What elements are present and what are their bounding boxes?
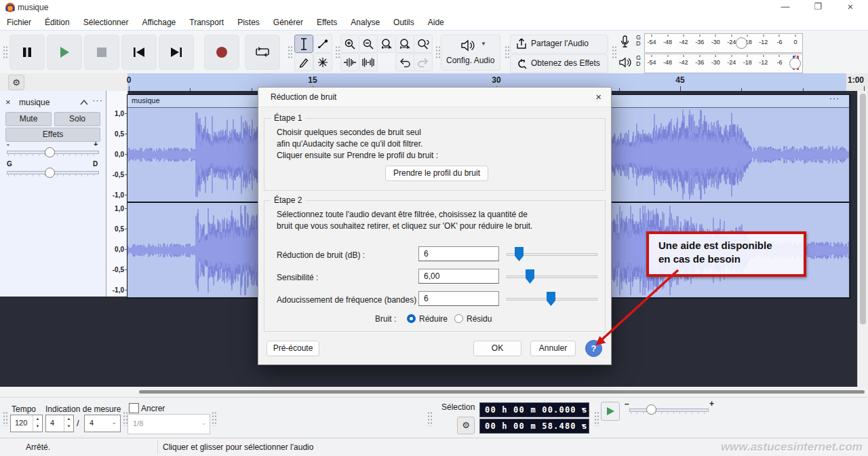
selection-options-button[interactable]: ⚙ <box>457 417 475 434</box>
cancel-button[interactable]: Annuler <box>530 341 576 356</box>
mute-button[interactable]: Mute <box>5 112 52 126</box>
menu-item-aide[interactable]: Aide <box>421 15 451 30</box>
timeline-options-button[interactable]: ⚙ <box>8 75 24 90</box>
silence-audio-button[interactable] <box>359 53 378 71</box>
param-input-sensibilite-[interactable]: 6,00 <box>418 269 499 284</box>
help-button[interactable]: ? <box>585 340 602 357</box>
horizontal-scrollbar-thumb[interactable] <box>139 390 865 394</box>
selection-start-display[interactable]: 00 h 00 m 00.000 s ▼ <box>479 402 589 417</box>
track-title[interactable]: musique <box>19 98 50 107</box>
slider-handle[interactable] <box>515 247 524 261</box>
toolbar-grip[interactable] <box>435 45 440 59</box>
solo-button[interactable]: Solo <box>54 112 100 126</box>
menu-item-effets[interactable]: Effets <box>310 15 344 30</box>
clip-menu-dots-icon[interactable]: ··· <box>829 94 840 103</box>
spinner-arrows-icon[interactable]: ▲▼ <box>33 415 42 432</box>
microphone-icon[interactable] <box>620 35 630 49</box>
param-input-adoucissement-de-frequence-bandes-[interactable]: 6 <box>418 291 499 306</box>
play-at-speed-button[interactable] <box>601 402 620 421</box>
menu-item-outils[interactable]: Outils <box>387 15 421 30</box>
dialog-title-bar[interactable]: Réduction de bruit × <box>258 88 611 107</box>
toolbar-grip[interactable] <box>505 45 509 59</box>
menu-item-analyse[interactable]: Analyse <box>344 15 387 30</box>
slider-handle[interactable] <box>526 269 534 284</box>
radio-residu[interactable] <box>454 314 463 323</box>
zoom-toggle-button[interactable] <box>414 35 433 53</box>
radio-reduire[interactable] <box>407 314 416 323</box>
restore-button[interactable]: ❐ <box>803 0 833 15</box>
ok-button[interactable]: OK <box>473 341 521 356</box>
toolbar-grip[interactable] <box>288 45 292 59</box>
speed-slider[interactable] <box>646 404 656 415</box>
vertical-scale-ruler[interactable]: 1,00,50,0-0,5-1,01,00,50,0-0,5-1,0 <box>106 91 128 297</box>
play-button[interactable] <box>47 35 82 70</box>
dialog-close-icon[interactable]: × <box>595 91 601 102</box>
track-close-icon[interactable]: × <box>5 97 11 107</box>
spinner-arrows-icon[interactable]: ▲▼ <box>64 415 73 432</box>
menu-item-selectionner[interactable]: Sélectionner <box>77 15 136 30</box>
selection-end-display[interactable]: 00 h 00 m 58.480 s ▼ <box>479 419 589 434</box>
vertical-scrollbar[interactable] <box>857 91 868 387</box>
zoom-selection-button[interactable] <box>377 35 396 53</box>
zoom-in-button[interactable] <box>340 35 359 53</box>
playback-meter[interactable]: -54-48-42-36-30-24-18-12-60 <box>644 54 803 73</box>
draw-tool-button[interactable] <box>294 53 313 71</box>
tempo-spinner[interactable]: 120 ▲▼ <box>10 415 43 432</box>
loop-button[interactable] <box>245 35 280 70</box>
param-slider-adoucissement-de-frequence-bandes-[interactable] <box>507 291 596 306</box>
trim-audio-button[interactable] <box>340 53 359 71</box>
slider-handle[interactable] <box>547 292 555 306</box>
preview-button[interactable]: Pré-écoute <box>267 341 319 356</box>
pan-slider[interactable] <box>45 168 55 178</box>
menu-item-edition[interactable]: Édition <box>38 15 77 30</box>
effects-button[interactable]: Effets <box>5 128 100 142</box>
track-menu-dots-icon[interactable]: ··· <box>92 95 103 105</box>
toolbar-grip[interactable] <box>123 411 127 426</box>
toolbar-grip[interactable] <box>427 411 432 426</box>
recording-meter[interactable]: -54-48-42-36-30-24-18-12-60 <box>644 33 803 53</box>
snap-dropdown[interactable]: 1/8 ⌄ <box>127 414 210 434</box>
multi-tool-button[interactable] <box>313 53 332 71</box>
toolbar-grip[interactable] <box>612 45 616 59</box>
menu-item-generer[interactable]: Générer <box>267 15 310 30</box>
undo-button[interactable] <box>395 53 414 71</box>
recording-volume-slider[interactable] <box>736 37 747 49</box>
menu-item-pistes[interactable]: Pistes <box>231 15 267 30</box>
param-slider-reduction-de-bruit-db-[interactable] <box>507 246 596 261</box>
record-button[interactable] <box>204 35 239 70</box>
redo-button[interactable] <box>414 53 433 71</box>
horizontal-scrollbar[interactable] <box>0 387 868 397</box>
param-slider-sensibilite-[interactable] <box>507 269 596 284</box>
toolbar-grip[interactable] <box>3 411 7 426</box>
toolbar-grip[interactable] <box>212 411 216 426</box>
gain-slider[interactable] <box>45 147 55 157</box>
vertical-scrollbar-thumb[interactable] <box>860 94 866 324</box>
toolbar-grip[interactable] <box>3 45 7 59</box>
pause-button[interactable] <box>9 35 45 70</box>
zoom-fit-button[interactable] <box>395 35 414 53</box>
playback-speaker-icon[interactable] <box>618 56 632 69</box>
audio-setup-button[interactable]: ▼ Config. Audio <box>441 35 500 71</box>
snap-checkbox[interactable] <box>129 403 139 413</box>
zoom-out-button[interactable] <box>359 35 378 53</box>
signature-lower-dropdown[interactable]: 4 ⌄ <box>84 415 121 432</box>
get-effects-button[interactable]: Obtenez des Effets <box>510 54 608 73</box>
get-noise-profile-button[interactable]: Prendre le profil du bruit <box>385 166 488 181</box>
skip-to-end-button[interactable] <box>159 35 194 70</box>
toolbar-grip[interactable] <box>335 45 340 59</box>
param-input-reduction-de-bruit-db-[interactable]: 6 <box>418 246 499 261</box>
stop-button[interactable] <box>84 35 119 70</box>
skip-to-start-button[interactable] <box>121 35 157 70</box>
signature-upper-spinner[interactable]: 4 ▲▼ <box>45 415 74 432</box>
share-audio-button[interactable]: Partager l'Audio <box>510 35 608 54</box>
menu-item-transport[interactable]: Transport <box>182 15 231 30</box>
close-button[interactable]: × <box>835 0 865 15</box>
toolbar-grip[interactable] <box>594 411 599 426</box>
minimize-button[interactable]: — <box>770 0 800 15</box>
collapse-chevron-icon[interactable] <box>80 100 88 105</box>
selection-tool-button[interactable] <box>294 35 313 53</box>
envelope-tool-button[interactable] <box>313 35 332 53</box>
playback-volume-slider[interactable] <box>789 58 801 69</box>
menu-item-affichage[interactable]: Affichage <box>135 15 182 30</box>
menu-item-fichier[interactable]: Fichier <box>0 15 38 30</box>
